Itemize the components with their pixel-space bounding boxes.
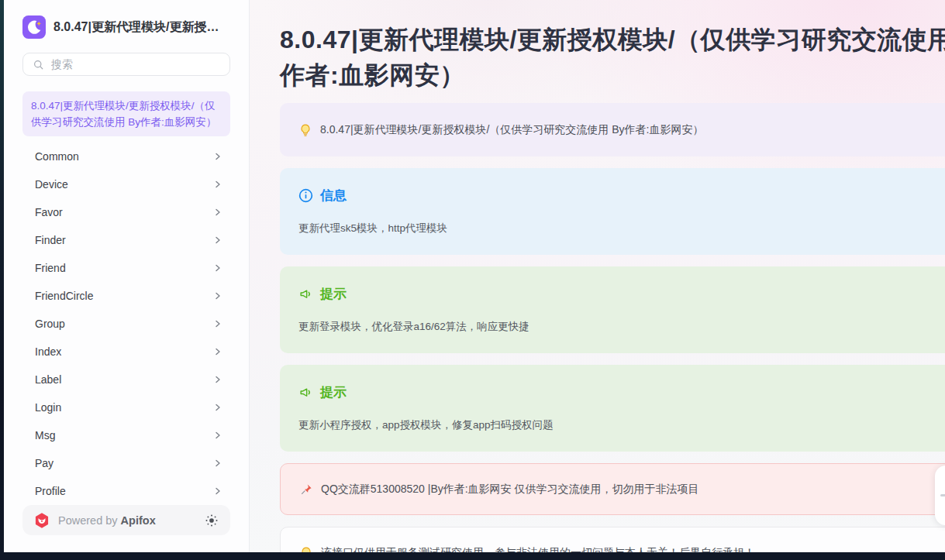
doc-content: 8.0.47|更新代理模块/更新授权模块/（仅供学习研究交流使用 By作者:血影… [250, 0, 945, 552]
chevron-right-icon [213, 291, 222, 301]
sidebar-item-active-doc[interactable]: 8.0.47|更新代理模块/更新授权模块/（仅供学习研究交流使用 By作者:血影… [22, 91, 230, 136]
pushpin-icon [299, 483, 313, 496]
sidebar-item-label: Index [35, 345, 61, 358]
sidebar-item-group[interactable]: Group [22, 310, 230, 338]
callout-tip-heading: 提示 [320, 285, 347, 303]
megaphone-icon [298, 385, 313, 400]
sidebar-item-index[interactable]: Index [22, 338, 230, 366]
search-box[interactable] [22, 53, 230, 76]
sidebar-item-label-section[interactable]: Label [22, 366, 230, 393]
sidebar-header: 8.0.47|更新代理模块/更新授权模块/（仅供学习研究交流使用 By作者:血影… [4, 0, 249, 50]
callout-note: 8.0.47|更新代理模块/更新授权模块/（仅供学习研究交流使用 By作者:血影… [280, 103, 945, 156]
sidebar-item-label: Common [35, 150, 79, 163]
chevron-right-icon [213, 319, 222, 328]
sidebar-item-friend[interactable]: Friend [22, 254, 230, 282]
sidebar-item-label: Pay [35, 457, 53, 469]
chevron-right-icon [213, 180, 222, 189]
callout-warning: QQ交流群513008520 |By作者:血影网安 仅供学习交流使用，切勿用于非… [280, 463, 945, 515]
callout-tip-body: 更新小程序授权，app授权模块，修复app扫码授权问题 [298, 417, 945, 433]
sidebar-title: 8.0.47|更新代理模块/更新授权模块/（仅供学习研究交流使用 By作者:血影… [53, 19, 230, 36]
callout-tip-heading: 提示 [320, 383, 347, 401]
theme-toggle-icon[interactable] [204, 513, 219, 528]
chevron-right-icon [213, 375, 222, 384]
callout-disclaimer: 该接口仅供用于服务测试研究使用，参与非法使用的一切问题与本人无关！后果自行承担！ [280, 527, 945, 552]
chevron-right-icon [213, 486, 222, 496]
sidebar-item-label: Favor [35, 206, 63, 218]
page-title: 8.0.47|更新代理模块/更新授权模块/（仅供学习研究交流使用 By作者:血影… [280, 22, 945, 93]
info-circle-icon [298, 188, 313, 203]
chevron-right-icon [213, 208, 222, 217]
sidebar-item-friendcircle[interactable]: FriendCircle [22, 282, 230, 310]
sidebar-item-finder[interactable]: Finder [22, 226, 230, 254]
megaphone-icon [298, 287, 313, 301]
sidebar-item-label: Profile [35, 485, 66, 497]
chevron-right-icon [213, 459, 222, 468]
sidebar-item-label: Finder [35, 234, 66, 246]
sidebar: 8.0.47|更新代理模块/更新授权模块/（仅供学习研究交流使用 By作者:血影… [4, 0, 250, 552]
chevron-right-icon [213, 263, 222, 273]
drawer-dash-icon [940, 494, 945, 496]
callout-warning-text: QQ交流群513008520 |By作者:血影网安 仅供学习交流使用，切勿用于非… [321, 482, 699, 496]
search-input[interactable] [50, 57, 220, 71]
callout-tip-body: 更新登录模块，优化登录a16/62算法，响应更快捷 [298, 319, 945, 335]
chevron-right-icon [213, 431, 222, 440]
sidebar-item-login[interactable]: Login [22, 393, 230, 421]
sidebar-item-label: FriendCircle [35, 290, 93, 302]
sidebar-item-pay[interactable]: Pay [22, 449, 230, 477]
callout-disclaimer-text: 该接口仅供用于服务测试研究使用，参与非法使用的一切问题与本人无关！后果自行承担！ [321, 545, 755, 552]
powered-by-text: Powered by [58, 514, 118, 527]
apifox-logo-icon [33, 512, 50, 529]
sidebar-item-msg[interactable]: Msg [22, 421, 230, 449]
chevron-right-icon [213, 235, 222, 245]
sidebar-item-label: Login [35, 401, 61, 414]
sidebar-item-label: Device [35, 178, 68, 191]
drawer-handle[interactable] [935, 466, 945, 525]
search-icon [33, 59, 44, 70]
bulb-icon [298, 123, 312, 137]
apifox-brand-text: Apifox [121, 514, 156, 527]
sidebar-menu: Common Device Favor Finder Friend Friend… [4, 136, 249, 505]
callout-info-body: 更新代理sk5模块，http代理模块 [298, 221, 945, 236]
sidebar-item-label: Label [35, 373, 61, 386]
sidebar-item-device[interactable]: Device [22, 170, 230, 198]
powered-by-apifox[interactable]: Powered by Apifox [22, 505, 230, 535]
sidebar-item-profile[interactable]: Profile [22, 477, 230, 505]
callout-info: 信息 更新代理sk5模块，http代理模块 [280, 168, 945, 255]
chevron-right-icon [213, 152, 222, 161]
chevron-right-icon [213, 403, 222, 412]
sidebar-item-label: Group [35, 318, 65, 330]
callout-tip-2: 提示 更新小程序授权，app授权模块，修复app扫码授权问题 [280, 365, 945, 452]
sidebar-item-label: Friend [35, 262, 66, 274]
callout-tip-1: 提示 更新登录模块，优化登录a16/62算法，响应更快捷 [280, 266, 945, 353]
bulb-icon [299, 546, 313, 553]
docs-window: 8.0.47|更新代理模块/更新授权模块/（仅供学习研究交流使用 By作者:血影… [4, 0, 945, 552]
callout-note-text: 8.0.47|更新代理模块/更新授权模块/（仅供学习研究交流使用 By作者:血影… [320, 122, 703, 137]
sidebar-item-common[interactable]: Common [22, 143, 230, 170]
sidebar-item-favor[interactable]: Favor [22, 198, 230, 226]
moon-logo-icon [22, 15, 46, 39]
callout-info-heading: 信息 [320, 187, 347, 204]
powered-by-label: Powered by Apifox [58, 514, 196, 527]
chevron-right-icon [213, 347, 222, 356]
sidebar-item-label: Msg [35, 429, 55, 441]
